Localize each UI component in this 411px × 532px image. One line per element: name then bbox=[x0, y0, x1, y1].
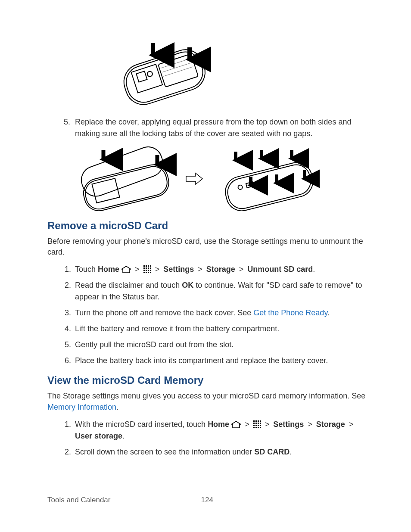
heading-remove-sd: Remove a microSD Card bbox=[47, 220, 368, 232]
svg-rect-31 bbox=[148, 272, 149, 273]
arrow-right-icon bbox=[185, 172, 203, 185]
svg-rect-27 bbox=[148, 270, 149, 271]
label-storage: Storage bbox=[206, 265, 235, 274]
page-footer: Tools and Calendar 124 bbox=[47, 496, 366, 504]
intro-remove-sd: Before removing your phone's microSD car… bbox=[47, 236, 368, 258]
svg-rect-17 bbox=[143, 265, 145, 267]
svg-rect-25 bbox=[143, 270, 145, 271]
phone-cover-closed-illustration bbox=[212, 146, 320, 211]
svg-rect-19 bbox=[148, 265, 149, 267]
footer-page-number: 124 bbox=[201, 496, 213, 504]
phone-battery-illustration bbox=[108, 34, 211, 108]
svg-rect-32 bbox=[150, 272, 151, 273]
figure-battery-insert bbox=[108, 34, 368, 108]
svg-rect-40 bbox=[260, 423, 261, 424]
label-storage-2: Storage bbox=[316, 420, 345, 429]
svg-rect-37 bbox=[253, 423, 255, 424]
home-icon bbox=[121, 266, 131, 273]
remove-sd-steps: Touch Home > > Settings > Storage > Unmo… bbox=[47, 264, 368, 367]
svg-rect-39 bbox=[258, 423, 259, 424]
step-5-list: Replace the cover, applying equal pressu… bbox=[47, 116, 368, 140]
svg-rect-28 bbox=[150, 270, 151, 271]
step-5: Replace the cover, applying equal pressu… bbox=[73, 116, 368, 140]
svg-rect-46 bbox=[255, 427, 257, 428]
svg-rect-30 bbox=[146, 272, 147, 273]
home-icon bbox=[231, 421, 241, 428]
view-step-2: Scroll down the screen to see the inform… bbox=[73, 446, 368, 458]
phone-cover-open-illustration bbox=[69, 146, 177, 211]
svg-rect-1 bbox=[122, 48, 207, 106]
remove-step-3: Turn the phone off and remove the back c… bbox=[73, 307, 368, 319]
svg-rect-5 bbox=[158, 54, 198, 87]
svg-point-4 bbox=[146, 71, 153, 77]
label-ok: OK bbox=[182, 281, 193, 289]
figure-cover-replace bbox=[69, 146, 368, 211]
label-user-storage: User storage bbox=[75, 432, 122, 440]
remove-step-5: Gently pull the microSD card out from th… bbox=[73, 339, 368, 351]
svg-rect-20 bbox=[150, 265, 151, 267]
remove-step-4: Lift the battery and remove it from the … bbox=[73, 323, 368, 335]
remove-step-6: Place the battery back into its compartm… bbox=[73, 355, 368, 367]
svg-rect-29 bbox=[143, 272, 145, 273]
footer-section: Tools and Calendar bbox=[47, 496, 110, 504]
svg-rect-22 bbox=[146, 268, 147, 269]
svg-rect-43 bbox=[258, 425, 259, 426]
svg-rect-42 bbox=[255, 425, 257, 426]
svg-rect-45 bbox=[253, 427, 255, 428]
svg-rect-47 bbox=[258, 427, 259, 428]
svg-rect-34 bbox=[255, 420, 257, 422]
document-page: Replace the cover, applying equal pressu… bbox=[0, 0, 411, 532]
label-sd-card: SD CARD bbox=[254, 448, 290, 456]
svg-rect-11 bbox=[92, 178, 119, 203]
link-get-phone-ready[interactable]: Get the Phone Ready bbox=[253, 308, 327, 317]
remove-step-1: Touch Home > > Settings > Storage > Unmo… bbox=[73, 264, 368, 275]
label-home: Home bbox=[98, 265, 119, 274]
intro-view-sd: The Storage settings menu gives you acce… bbox=[47, 391, 368, 412]
svg-rect-21 bbox=[143, 268, 145, 269]
svg-rect-26 bbox=[146, 270, 147, 271]
apps-grid-icon bbox=[253, 420, 261, 428]
svg-rect-24 bbox=[150, 268, 151, 269]
svg-line-6 bbox=[161, 59, 190, 68]
svg-rect-48 bbox=[260, 427, 261, 428]
view-step-1: With the microSD card inserted, touch Ho… bbox=[73, 419, 368, 442]
svg-rect-41 bbox=[253, 425, 255, 426]
svg-rect-38 bbox=[255, 423, 257, 424]
remove-step-2: Read the disclaimer and touch OK to cont… bbox=[73, 280, 368, 303]
svg-rect-33 bbox=[253, 420, 255, 422]
svg-rect-18 bbox=[146, 265, 147, 267]
svg-rect-23 bbox=[148, 268, 149, 269]
apps-grid-icon bbox=[143, 265, 151, 273]
svg-rect-36 bbox=[260, 420, 261, 422]
svg-line-8 bbox=[163, 67, 193, 76]
heading-view-sd: View the microSD Card Memory bbox=[47, 374, 368, 386]
svg-rect-35 bbox=[258, 420, 259, 422]
svg-rect-44 bbox=[260, 425, 261, 426]
link-memory-information[interactable]: Memory Information bbox=[47, 403, 116, 411]
svg-rect-12 bbox=[78, 146, 167, 200]
svg-line-7 bbox=[162, 63, 191, 72]
svg-point-15 bbox=[238, 185, 243, 190]
step-5-text: Replace the cover, applying equal pressu… bbox=[75, 118, 351, 138]
label-home-2: Home bbox=[208, 420, 229, 429]
view-sd-steps: With the microSD card inserted, touch Ho… bbox=[47, 419, 368, 458]
label-settings: Settings bbox=[163, 265, 194, 274]
label-settings-2: Settings bbox=[273, 420, 304, 429]
svg-rect-3 bbox=[136, 71, 147, 82]
label-unmount: Unmount SD card bbox=[247, 265, 313, 274]
svg-rect-13 bbox=[222, 159, 316, 211]
